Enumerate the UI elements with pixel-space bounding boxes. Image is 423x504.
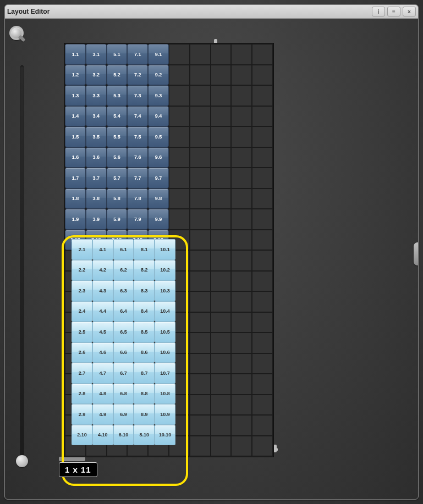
layout-tile-light[interactable]: 6.10 bbox=[113, 425, 134, 446]
layout-tile-light[interactable]: 4.1 bbox=[92, 239, 113, 260]
layout-tile-blue[interactable]: 3.7 bbox=[86, 168, 107, 189]
layout-tile-blue[interactable]: 1.1 bbox=[65, 44, 86, 65]
layout-tile-light[interactable]: 2.10 bbox=[72, 425, 92, 446]
layout-tile-blue[interactable]: 9.9 bbox=[148, 209, 169, 230]
layout-tile-light[interactable]: 4.7 bbox=[92, 363, 113, 384]
layout-tile-blue[interactable]: 1.7 bbox=[65, 168, 86, 189]
layout-tile-blue[interactable]: 7.3 bbox=[127, 85, 148, 106]
layout-tile-light[interactable]: 2.7 bbox=[72, 363, 92, 384]
layout-tile-blue[interactable]: 7.7 bbox=[127, 168, 148, 189]
layout-tile-blue[interactable]: 1.9 bbox=[65, 209, 86, 230]
layout-canvas[interactable]: 1.11.21.31.41.51.61.71.81.91.103.13.23.3… bbox=[64, 43, 273, 457]
layout-tile-light[interactable]: 8.5 bbox=[134, 322, 155, 342]
layout-tile-light[interactable]: 4.5 bbox=[92, 322, 113, 342]
layout-tile-blue[interactable]: 9.1 bbox=[148, 44, 169, 65]
layout-tile-blue[interactable]: 1.6 bbox=[65, 147, 86, 168]
layout-tile-blue[interactable]: 3.9 bbox=[86, 209, 107, 230]
layout-tile-light[interactable]: 2.5 bbox=[72, 322, 92, 342]
layout-tile-light[interactable]: 10.5 bbox=[155, 322, 175, 342]
layout-tile-light[interactable]: 6.9 bbox=[113, 404, 134, 425]
layout-tile-blue[interactable]: 3.3 bbox=[86, 85, 107, 106]
layout-tile-light[interactable]: 10.9 bbox=[155, 404, 175, 425]
layout-tile-blue[interactable]: 9.7 bbox=[148, 168, 169, 189]
layout-tile-light[interactable]: 10.4 bbox=[155, 301, 175, 322]
layout-tile-light[interactable]: 4.10 bbox=[92, 425, 113, 446]
layout-tile-blue[interactable]: 9.2 bbox=[148, 65, 169, 86]
zoom-slider-knob[interactable] bbox=[16, 455, 28, 467]
title-bar[interactable]: Layout Editor i ≡ × bbox=[5, 5, 418, 19]
layout-tile-blue[interactable]: 5.2 bbox=[107, 65, 128, 86]
layout-tile-light[interactable]: 4.2 bbox=[92, 260, 113, 281]
layout-tile-blue[interactable]: 9.8 bbox=[148, 189, 169, 209]
layout-tile-blue[interactable]: 1.4 bbox=[65, 106, 86, 127]
layout-tile-light[interactable]: 10.3 bbox=[155, 280, 175, 301]
layout-tile-blue[interactable]: 7.6 bbox=[127, 147, 148, 168]
layout-tile-light[interactable]: 6.4 bbox=[113, 301, 134, 322]
layout-tile-light[interactable]: 2.2 bbox=[72, 260, 92, 281]
layout-tile-light[interactable]: 4.6 bbox=[92, 342, 113, 363]
layout-tile-blue[interactable]: 1.3 bbox=[65, 85, 86, 106]
layout-tile-light[interactable]: 10.8 bbox=[155, 384, 175, 405]
layout-tile-light[interactable]: 8.3 bbox=[134, 280, 155, 301]
layout-tile-blue[interactable]: 5.7 bbox=[107, 168, 128, 189]
layout-tile-blue[interactable]: 3.5 bbox=[86, 126, 107, 147]
layout-tile-light[interactable]: 6.5 bbox=[113, 322, 134, 342]
layout-tile-light[interactable]: 8.2 bbox=[134, 260, 155, 281]
layout-tile-light[interactable]: 6.7 bbox=[113, 363, 134, 384]
layout-tile-blue[interactable]: 5.8 bbox=[107, 189, 128, 209]
layout-tile-blue[interactable]: 1.2 bbox=[65, 65, 86, 86]
layout-tile-light[interactable]: 10.7 bbox=[155, 363, 175, 384]
right-edge-handle[interactable] bbox=[414, 242, 419, 265]
layout-tile-light[interactable]: 8.8 bbox=[134, 384, 155, 405]
layout-tile-blue[interactable]: 7.4 bbox=[127, 106, 148, 127]
layout-tile-blue[interactable]: 9.5 bbox=[148, 126, 169, 147]
layout-tile-light[interactable]: 4.8 bbox=[92, 384, 113, 405]
layout-tile-blue[interactable]: 5.4 bbox=[107, 106, 128, 127]
layout-tile-light[interactable]: 2.6 bbox=[72, 342, 92, 363]
crop-mark-bottom-left[interactable] bbox=[59, 457, 85, 461]
layout-tile-blue[interactable]: 1.5 bbox=[65, 126, 86, 147]
info-button[interactable]: i bbox=[372, 7, 385, 16]
layout-tile-blue[interactable]: 5.1 bbox=[107, 44, 128, 65]
layout-tile-light[interactable]: 8.6 bbox=[134, 342, 155, 363]
layout-tile-light[interactable]: 4.9 bbox=[92, 404, 113, 425]
layout-tile-blue[interactable]: 1.8 bbox=[65, 189, 86, 209]
layout-tile-light[interactable]: 6.1 bbox=[113, 239, 134, 260]
layout-tile-blue[interactable]: 3.6 bbox=[86, 147, 107, 168]
layout-tile-light[interactable]: 10.2 bbox=[155, 260, 175, 281]
menu-button[interactable]: ≡ bbox=[387, 7, 400, 16]
layout-tile-light[interactable]: 10.10 bbox=[155, 425, 175, 446]
layout-tile-light[interactable]: 6.6 bbox=[113, 342, 134, 363]
layout-tile-light[interactable]: 8.7 bbox=[134, 363, 155, 384]
layout-tile-blue[interactable]: 9.4 bbox=[148, 106, 169, 127]
layout-tile-light[interactable]: 2.1 bbox=[72, 239, 92, 260]
layout-tile-light[interactable]: 10.1 bbox=[155, 239, 175, 260]
layout-tile-light[interactable]: 6.2 bbox=[113, 260, 134, 281]
layout-tile-light[interactable]: 8.9 bbox=[134, 404, 155, 425]
layout-tile-blue[interactable]: 3.4 bbox=[86, 106, 107, 127]
layout-tile-blue[interactable]: 9.3 bbox=[148, 85, 169, 106]
layout-tile-blue[interactable]: 5.6 bbox=[107, 147, 128, 168]
layout-tile-blue[interactable]: 7.9 bbox=[127, 209, 148, 230]
layout-tile-light[interactable]: 2.9 bbox=[72, 404, 92, 425]
layout-tile-light[interactable]: 10.6 bbox=[155, 342, 175, 363]
layout-tile-light[interactable]: 2.8 bbox=[72, 384, 92, 405]
layout-tile-blue[interactable]: 5.9 bbox=[107, 209, 128, 230]
layout-tile-blue[interactable]: 9.6 bbox=[148, 147, 169, 168]
layout-tile-light[interactable]: 4.4 bbox=[92, 301, 113, 322]
layout-tile-blue[interactable]: 7.2 bbox=[127, 65, 148, 86]
layout-tile-light[interactable]: 6.3 bbox=[113, 280, 134, 301]
close-button[interactable]: × bbox=[403, 7, 416, 16]
layout-tile-blue[interactable]: 7.8 bbox=[127, 189, 148, 209]
layout-tile-blue[interactable]: 7.5 bbox=[127, 126, 148, 147]
layout-tile-light[interactable]: 2.4 bbox=[72, 301, 92, 322]
zoom-slider[interactable] bbox=[20, 65, 24, 461]
layout-tile-light[interactable]: 8.10 bbox=[134, 425, 155, 446]
layout-tile-light[interactable]: 8.1 bbox=[134, 239, 155, 260]
layout-tile-blue[interactable]: 7.1 bbox=[127, 44, 148, 65]
layout-tile-light[interactable]: 6.8 bbox=[113, 384, 134, 405]
layout-tile-light[interactable]: 8.4 bbox=[134, 301, 155, 322]
layout-tile-blue[interactable]: 3.8 bbox=[86, 189, 107, 209]
layout-tile-light[interactable]: 4.3 bbox=[92, 280, 113, 301]
layout-tile-blue[interactable]: 5.5 bbox=[107, 126, 128, 147]
